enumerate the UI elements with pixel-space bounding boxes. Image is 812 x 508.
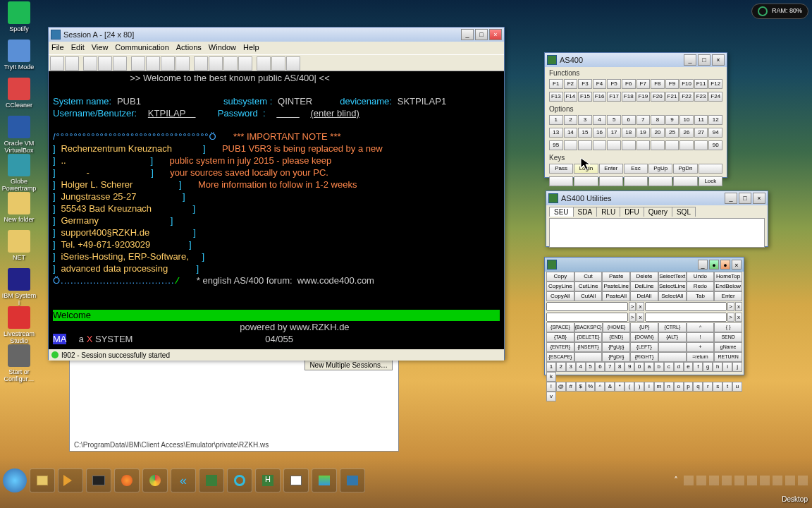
key-15[interactable]: 15: [578, 128, 592, 138]
toolbar-button-1[interactable]: [65, 56, 79, 71]
key-Esc[interactable]: Esc: [624, 164, 648, 174]
minimize-button[interactable]: _: [725, 193, 737, 204]
key-90[interactable]: 90: [708, 140, 722, 150]
key-@[interactable]: @: [556, 382, 566, 392]
keyboard-titlebar[interactable]: _ ● ● ×: [545, 258, 744, 272]
key-![interactable]: !: [687, 332, 715, 342]
key-CopyLine[interactable]: CopyLine: [546, 282, 574, 291]
key-F19[interactable]: F19: [636, 92, 651, 102]
key-1[interactable]: 1: [549, 115, 563, 125]
start-button[interactable]: [3, 468, 27, 492]
key-F8[interactable]: F8: [651, 79, 665, 89]
key-{ENTER}[interactable]: {ENTER}: [546, 342, 574, 352]
terminal-screen[interactable]: >> Welcome to the best known public AS/4…: [49, 71, 504, 349]
key-PgUp[interactable]: PgUp: [648, 164, 672, 174]
key-h[interactable]: h: [713, 362, 722, 372]
key-Undo[interactable]: Undo: [687, 272, 715, 282]
key-PgDn[interactable]: PgDn: [673, 164, 697, 174]
key-blank[interactable]: [607, 140, 621, 150]
key-^[interactable]: ^: [595, 382, 605, 392]
key-RETURN[interactable]: RETURN: [714, 352, 742, 362]
taskbar-chrome[interactable]: [142, 468, 168, 492]
desktop-icon[interactable]: Oracle VM VirtualBox: [1, 116, 37, 152]
toolbar-button-9[interactable]: [194, 56, 208, 71]
key-F1[interactable]: F1: [549, 79, 563, 89]
key-s[interactable]: s: [713, 382, 722, 392]
kb-send-2[interactable]: >: [727, 302, 734, 311]
key-{PgUp}[interactable]: {PgUp}: [602, 342, 630, 352]
menu-actions[interactable]: Actions: [176, 43, 202, 52]
minimize-button[interactable]: _: [698, 260, 708, 270]
key-blank[interactable]: [624, 176, 648, 186]
toolbar-button-12[interactable]: [238, 56, 252, 71]
key-blank[interactable]: [599, 176, 623, 186]
key-3[interactable]: 3: [566, 362, 576, 372]
key-6[interactable]: 6: [595, 362, 605, 372]
key-F7[interactable]: F7: [636, 79, 651, 89]
key-blank[interactable]: [673, 176, 697, 186]
close-button[interactable]: ×: [489, 29, 502, 40]
key-11[interactable]: 11: [694, 115, 708, 125]
key-{SPACE}[interactable]: {SPACE}: [546, 322, 574, 332]
key-)[interactable]: ): [634, 382, 644, 392]
key-{HOME}[interactable]: {HOME}: [603, 322, 631, 332]
key-j[interactable]: j: [732, 362, 742, 372]
key-t[interactable]: t: [722, 382, 732, 392]
key-g[interactable]: g: [703, 362, 713, 372]
key-F6[interactable]: F6: [622, 79, 636, 89]
menu-file[interactable]: File: [51, 43, 64, 52]
kb-send-4[interactable]: >: [727, 313, 734, 322]
desktop-icon[interactable]: Start or Configur…: [1, 344, 37, 381]
key-5[interactable]: 5: [586, 362, 596, 372]
key-blank[interactable]: [564, 140, 578, 150]
tray-icon[interactable]: [760, 476, 770, 485]
kb-x-4[interactable]: x: [735, 313, 742, 322]
key-blank[interactable]: [648, 176, 672, 186]
toolbar-button-3[interactable]: [98, 56, 112, 71]
key-CutLine[interactable]: CutLine: [574, 282, 603, 291]
key-F20[interactable]: F20: [651, 92, 665, 102]
key-blank[interactable]: [679, 140, 694, 150]
key-F23[interactable]: F23: [694, 92, 708, 102]
key-PasteAll[interactable]: PasteAll: [602, 291, 630, 301]
key-F17[interactable]: F17: [607, 92, 621, 102]
key-EndBelow[interactable]: EndBelow: [714, 282, 742, 291]
tray-icon[interactable]: [798, 476, 808, 485]
tab-sda[interactable]: SDA: [573, 207, 598, 217]
maximize-button[interactable]: □: [698, 54, 710, 66]
close-button[interactable]: ×: [753, 193, 765, 204]
key-F15[interactable]: F15: [578, 92, 592, 102]
kb-input-1[interactable]: [546, 302, 628, 311]
taskbar-firefox[interactable]: [114, 468, 140, 492]
tray-icon[interactable]: [696, 476, 706, 485]
menu-edit[interactable]: Edit: [71, 43, 85, 52]
minimize-button[interactable]: _: [461, 29, 474, 40]
key-F24[interactable]: F24: [708, 92, 722, 102]
key-1[interactable]: 1: [546, 362, 556, 372]
key-q[interactable]: q: [693, 382, 703, 392]
menu-communication[interactable]: Communication: [115, 43, 168, 52]
desktop-icon[interactable]: New folder: [1, 192, 37, 229]
key-{DOWN}[interactable]: {DOWN}: [630, 332, 658, 342]
toolbar-button-7[interactable]: [161, 56, 175, 71]
toolbar-button-14[interactable]: [271, 56, 285, 71]
key-25[interactable]: 25: [665, 128, 679, 138]
key-Pass[interactable]: Pass: [549, 164, 573, 174]
key-17[interactable]: 17: [607, 128, 621, 138]
key-f[interactable]: f: [693, 362, 703, 372]
taskbar-vbox[interactable]: [199, 468, 224, 492]
key-![interactable]: !: [546, 382, 556, 392]
tray-icon[interactable]: [722, 476, 732, 485]
key-{ESCAPE}[interactable]: {ESCAPE}: [546, 352, 574, 362]
kb-input-4[interactable]: [645, 313, 727, 322]
new-multiple-sessions-button[interactable]: New Multiple Sessions…: [304, 360, 393, 370]
key-CopyAll[interactable]: CopyAll: [546, 291, 574, 301]
key-SelectText[interactable]: SelectText: [658, 272, 687, 282]
key-$[interactable]: $: [576, 382, 586, 392]
tab-sql[interactable]: SQL: [672, 207, 696, 217]
key-SEND[interactable]: SEND: [714, 332, 742, 342]
key-F12[interactable]: F12: [708, 79, 722, 89]
key-blank[interactable]: [699, 164, 722, 174]
key-blank[interactable]: [636, 140, 651, 150]
key-Lock[interactable]: Lock: [699, 176, 722, 186]
